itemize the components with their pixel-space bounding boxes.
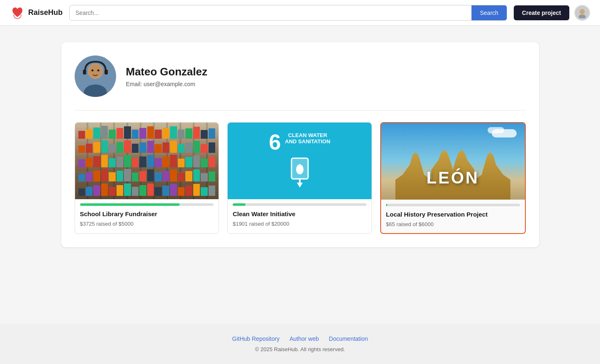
svg-rect-11 bbox=[104, 70, 108, 75]
avatar-svg bbox=[75, 55, 116, 97]
search-section: Search bbox=[69, 5, 507, 21]
progress-section bbox=[381, 200, 525, 206]
main-content: Mateo Gonzalez Email: user@example.com S… bbox=[51, 42, 549, 247]
user-avatar-icon bbox=[577, 7, 588, 18]
profile-divider bbox=[75, 110, 526, 111]
create-project-button[interactable]: Create project bbox=[514, 5, 569, 20]
footer-link-documentation[interactable]: Documentation bbox=[329, 335, 368, 342]
project-info: Clean Water Initiative $1901 raised of $… bbox=[228, 206, 372, 233]
svg-point-12 bbox=[91, 70, 93, 72]
svg-point-13 bbox=[97, 70, 99, 72]
project-title: Clean Water Initiative bbox=[233, 210, 367, 218]
brand-logo[interactable]: RaiseHub bbox=[10, 5, 63, 20]
project-raised: $65 raised of $6000 bbox=[386, 221, 520, 227]
svg-point-9 bbox=[88, 64, 102, 78]
footer-link-github-repository[interactable]: GitHub Repository bbox=[232, 335, 279, 342]
navbar: RaiseHub Search Create project bbox=[0, 0, 600, 26]
project-card-clean-water[interactable]: 6 CLEAN WATERAND SANITATION bbox=[227, 122, 372, 234]
sdg-number: 6 bbox=[269, 131, 281, 153]
project-image-library bbox=[75, 123, 219, 199]
footer-link-author-web[interactable]: Author web bbox=[289, 335, 319, 342]
svg-point-3 bbox=[580, 10, 584, 14]
user-avatar-large bbox=[75, 55, 116, 97]
project-raised: $3725 raised of $5000 bbox=[80, 221, 214, 227]
profile-info: Mateo Gonzalez Email: user@example.com bbox=[126, 65, 207, 87]
svg-rect-10 bbox=[83, 70, 86, 75]
project-title: School Library Fundraiser bbox=[80, 210, 214, 218]
project-image-water: 6 CLEAN WATERAND SANITATION bbox=[228, 123, 372, 199]
profile-header: Mateo Gonzalez Email: user@example.com bbox=[75, 55, 526, 97]
project-card-school-library[interactable]: School Library Fundraiser $3725 raised o… bbox=[75, 122, 219, 234]
profile-card: Mateo Gonzalez Email: user@example.com S… bbox=[61, 42, 539, 247]
projects-grid: School Library Fundraiser $3725 raised o… bbox=[75, 122, 526, 234]
footer: GitHub RepositoryAuthor webDocumentation… bbox=[0, 324, 600, 364]
project-raised: $1901 raised of $20000 bbox=[233, 221, 367, 227]
footer-links: GitHub RepositoryAuthor webDocumentation bbox=[12, 335, 588, 342]
footer-copyright: © 2025 RaiseHub. All rights reserved. bbox=[12, 346, 588, 352]
profile-name: Mateo Gonzalez bbox=[126, 65, 207, 78]
project-info: School Library Fundraiser $3725 raised o… bbox=[75, 206, 219, 233]
avatar-image bbox=[75, 55, 116, 97]
sdg-icon bbox=[285, 156, 314, 191]
user-avatar-nav[interactable] bbox=[574, 5, 590, 21]
search-button[interactable]: Search bbox=[471, 5, 506, 20]
project-title: Local History Preservation Project bbox=[386, 210, 520, 219]
search-input[interactable] bbox=[70, 5, 471, 20]
brand-name: RaiseHub bbox=[28, 8, 63, 17]
search-wrapper: Search bbox=[69, 5, 507, 21]
profile-email: Email: user@example.com bbox=[126, 81, 207, 87]
brand-icon bbox=[10, 5, 25, 20]
svg-marker-17 bbox=[297, 183, 303, 188]
progress-section bbox=[75, 199, 219, 206]
project-card-local-history[interactable]: LEÓN Local History Preservation Project … bbox=[380, 122, 526, 234]
project-image-leon: LEÓN bbox=[381, 123, 525, 200]
progress-section bbox=[228, 199, 372, 206]
navbar-right: Create project bbox=[514, 5, 590, 21]
sdg-title: CLEAN WATERAND SANITATION bbox=[285, 132, 330, 145]
leon-text: LEÓN bbox=[427, 169, 479, 187]
project-info: Local History Preservation Project $65 r… bbox=[381, 206, 525, 233]
